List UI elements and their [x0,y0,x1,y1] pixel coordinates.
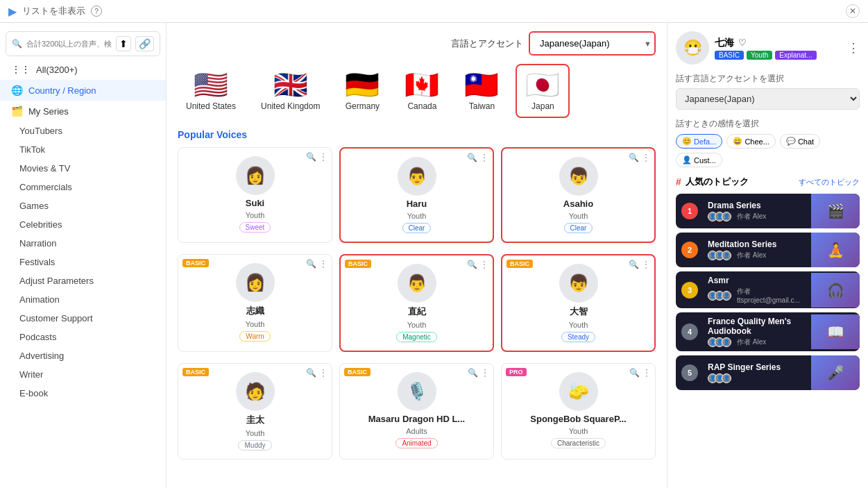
sidebar-sub-item[interactable]: Podcasts [0,328,166,346]
basic-badge: BASIC [345,260,371,268]
card-actions: 🔍 ⋮ [306,368,327,378]
sidebar-sub-item[interactable]: Writer [0,365,166,384]
more-action-icon[interactable]: ⋮ [480,260,488,269]
sidebar-sub-item[interactable]: Games [0,196,166,215]
voice-card[interactable]: PRO 🔍 ⋮ 🧽 SpongeBob SquareP... Youth Cha… [501,363,656,460]
voice-card[interactable]: BASIC 🔍 ⋮ 👩 志織 Youth Warm [178,254,332,352]
sidebar-sub-item[interactable]: E-book [0,384,166,403]
sidebar-sub-item[interactable]: Advertising [0,346,166,365]
user-tag: Youth [747,51,772,60]
link-icon[interactable]: 🔗 [135,36,154,51]
sidebar-item-country-region[interactable]: 🌐 Country / Region [0,80,166,101]
voice-card[interactable]: BASIC 🔍 ⋮ 👨 直紀 Youth Magnetic [339,254,494,352]
voice-tag: Sweet [239,222,271,233]
search-action-icon[interactable]: 🔍 [306,259,316,269]
sidebar-sub-item[interactable]: Customer Support [0,309,166,328]
voice-type: Youth [246,429,265,437]
country-item-de[interactable]: 🇩🇪 Germany [337,65,388,117]
more-action-icon[interactable]: ⋮ [319,368,327,378]
language-select[interactable]: Japanese(Japan) [533,34,644,53]
sidebar-sub-item[interactable]: Adjust Parameters [0,271,166,290]
popular-title: 人気のトピック [686,176,749,188]
country-item-uk[interactable]: 🇬🇧 United Kingdom [253,65,328,117]
search-action-icon[interactable]: 🔍 [467,153,477,162]
sidebar-sub-item[interactable]: Commercials [0,178,166,196]
search-action-icon[interactable]: 🔍 [468,368,478,378]
toggle-list-label[interactable]: リストを非表示 [22,5,85,17]
more-action-icon[interactable]: ⋮ [481,368,489,378]
sidebar-item-all[interactable]: ⋮⋮ All(3200+) [0,59,166,80]
voice-tag: Steady [561,332,595,342]
see-all-button[interactable]: すべてのトピック [799,177,860,187]
basic-badge: BASIC [344,368,371,376]
voice-name: 志織 [246,305,264,317]
search-input[interactable] [26,40,112,48]
more-action-icon[interactable]: ⋮ [319,152,327,162]
voice-card[interactable]: 🔍 ⋮ 👦 Asahio Youth Clear [501,147,656,243]
topic-info: RAP Singer Series 👤 👤 👤 [704,358,811,387]
more-action-icon[interactable]: ⋮ [319,259,327,269]
country-item-jp[interactable]: 🇯🇵 Japan [516,64,570,118]
user-tag: BASIC [715,51,744,60]
search-action-icon[interactable]: 🔍 [467,260,477,269]
topic-card[interactable]: 1 Drama Series 👤 👤 👤 作者 Alex 🎬 [676,194,860,228]
voice-card[interactable]: BASIC 🔍 ⋮ 🎙️ Masaru Dragon HD L... Adult… [339,363,494,460]
voice-name: Masaru Dragon HD L... [368,414,465,424]
country-item-us[interactable]: 🇺🇸 United States [178,65,244,117]
voice-card[interactable]: BASIC 🔍 ⋮ 👦 大智 Youth Steady [501,254,656,352]
sidebar-sub-item[interactable]: Movies & TV [0,159,166,178]
search-action-icon[interactable]: 🔍 [306,368,316,378]
emotion-button[interactable]: 💬Chat [780,134,820,149]
voice-avatar: 👨 [398,264,436,303]
country-item-tw[interactable]: 🇹🇼 Taiwan [456,65,507,117]
topic-name: RAP Singer Series [708,362,807,372]
voice-name: SpongeBob SquareP... [530,414,626,424]
emotion-button[interactable]: 😊Defa... [676,134,722,149]
sidebar-sub-item[interactable]: Animation [0,290,166,309]
sidebar-sub-item[interactable]: TikTok [0,140,166,159]
search-action-icon[interactable]: 🔍 [629,153,639,162]
heart-button[interactable]: ♡ [738,37,747,48]
topic-card[interactable]: 2 Meditation Series 👤 👤 👤 作者 Alex 🧘 [676,233,860,267]
voice-card[interactable]: 🔍 ⋮ 👨 Haru Youth Clear [339,147,494,243]
voice-avatar: 👨 [398,157,436,196]
voice-name: 直紀 [408,305,426,318]
sidebar-item-my-series[interactable]: 🗂️ My Series [0,101,166,121]
sidebar-sub-item[interactable]: Festivals [0,253,166,271]
voice-tag: Clear [564,223,593,233]
topic-avatars: 👤 👤 👤 [708,251,729,260]
search-action-icon[interactable]: 🔍 [629,368,640,378]
voice-card[interactable]: BASIC 🔍 ⋮ 🧑 圭太 Youth Muddy [178,363,332,460]
topic-rank: 4 [681,323,698,340]
topic-thumbnail: 🧘 [811,233,860,267]
more-action-icon[interactable]: ⋮ [480,153,488,162]
more-action-icon[interactable]: ⋮ [642,153,650,162]
sidebar-sub-item[interactable]: YouTubers [0,121,166,140]
voice-name: 大智 [570,305,588,318]
close-button[interactable]: ✕ [846,4,860,18]
voice-avatar: 👩 [236,156,275,195]
sidebar-sub-item[interactable]: Narration [0,234,166,253]
more-action-icon[interactable]: ⋮ [642,260,650,269]
topic-card[interactable]: 5 RAP Singer Series 👤 👤 👤 🎤 [676,355,860,390]
more-action-icon[interactable]: ⋮ [643,368,651,378]
emotion-button[interactable]: 👤Cust... [676,153,722,167]
topic-author: 作者 Alex [737,337,766,347]
upload-icon[interactable]: ⬆ [116,36,131,51]
country-item-ca[interactable]: 🇨🇦 Canada [396,65,448,117]
sidebar-sub-item[interactable]: Celebrities [0,215,166,234]
voice-card[interactable]: 🔍 ⋮ 👩 Suki Youth Sweet [178,147,332,243]
help-icon[interactable]: ? [91,6,102,17]
voice-avatar: 🧑 [236,372,275,411]
emotion-icon: 😊 [682,137,692,146]
panel-lang-select[interactable]: Japanese(Japan) [676,88,860,110]
topic-card[interactable]: 4 France Quality Men's Audiobook 👤 👤 👤 作… [676,312,860,351]
card-actions: 🔍 ⋮ [468,368,489,378]
emotion-button[interactable]: 😄Chee... [726,134,775,149]
topic-card[interactable]: 3 Asmr 👤 👤 👤 作者 ttsproject@gmail.c... 🎧 [676,271,860,308]
search-icon: 🔍 [12,39,22,49]
search-action-icon[interactable]: 🔍 [629,260,639,269]
more-button[interactable]: ⋮ [847,40,860,56]
country-region-label: Country / Region [28,85,96,96]
search-action-icon[interactable]: 🔍 [306,152,316,162]
